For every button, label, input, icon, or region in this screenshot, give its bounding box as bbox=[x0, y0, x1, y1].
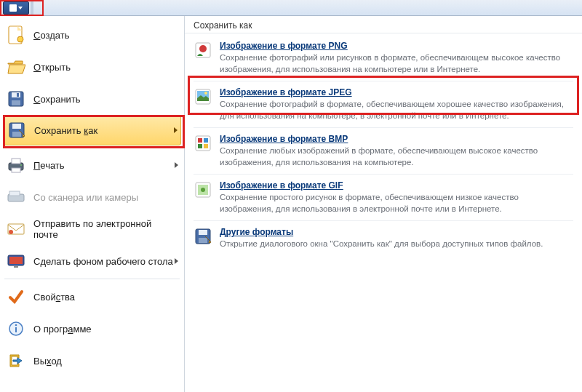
menu-create[interactable]: Создать bbox=[0, 19, 184, 51]
menu-print-label: Печать bbox=[33, 160, 175, 171]
svg-point-27 bbox=[204, 92, 207, 95]
checkmark-icon bbox=[6, 287, 26, 307]
svg-rect-3 bbox=[12, 92, 20, 97]
svg-rect-29 bbox=[198, 138, 202, 143]
printer-icon bbox=[6, 155, 26, 175]
option-png-desc: Сохранение фотографий или рисунков в фор… bbox=[220, 52, 573, 75]
option-other-formats[interactable]: Другие форматы Открытие диалогового окна… bbox=[185, 223, 582, 255]
info-icon bbox=[6, 319, 26, 339]
svg-rect-31 bbox=[198, 144, 202, 148]
exit-icon bbox=[6, 351, 26, 371]
svg-rect-8 bbox=[12, 132, 21, 137]
menu-send-email-label: Отправить по электронной почте bbox=[33, 218, 178, 240]
option-bmp-title: Изображение в формате BMP bbox=[220, 134, 348, 144]
menu-about-label: О программе bbox=[33, 324, 178, 335]
new-document-icon bbox=[6, 25, 26, 45]
option-jpeg[interactable]: Изображение в формате JPEG Сохранение фо… bbox=[185, 83, 582, 126]
option-other-title: Другие форматы bbox=[220, 227, 293, 237]
svg-rect-37 bbox=[199, 230, 207, 235]
menu-about[interactable]: О программе bbox=[0, 313, 184, 345]
file-menu-panel: Создать Открыть Сохранить Сохранить как bbox=[0, 16, 582, 392]
desktop-background-icon bbox=[6, 251, 26, 271]
svg-point-1 bbox=[17, 36, 23, 42]
svg-rect-32 bbox=[204, 144, 208, 148]
menu-separator bbox=[4, 147, 180, 148]
svg-rect-4 bbox=[12, 100, 20, 105]
svg-point-22 bbox=[15, 324, 17, 327]
quick-access-separator bbox=[31, 1, 33, 15]
menu-send-email[interactable]: Отправить по электронной почте bbox=[0, 213, 184, 245]
gif-image-icon bbox=[194, 180, 212, 199]
svg-rect-7 bbox=[12, 124, 21, 129]
menu-open-label: Открыть bbox=[33, 62, 178, 73]
svg-rect-10 bbox=[12, 159, 20, 164]
menu-save-label: Сохранить bbox=[33, 94, 178, 105]
document-icon bbox=[9, 4, 17, 12]
submenu-arrow-icon bbox=[175, 162, 178, 168]
menu-from-scanner: Со сканера или камеры bbox=[0, 181, 184, 213]
svg-rect-5 bbox=[17, 93, 19, 97]
menu-separator bbox=[4, 279, 180, 279]
option-png-title: Изображение в формате PNG bbox=[220, 41, 348, 51]
app-menu-button[interactable] bbox=[3, 1, 29, 15]
submenu-arrow-icon bbox=[175, 258, 178, 264]
save-as-icon bbox=[7, 120, 27, 140]
svg-point-24 bbox=[199, 45, 207, 52]
scanner-icon bbox=[6, 187, 26, 207]
svg-rect-14 bbox=[9, 191, 20, 196]
menu-from-scanner-label: Со сканера или камеры bbox=[33, 192, 178, 203]
option-separator bbox=[194, 127, 573, 128]
svg-rect-11 bbox=[12, 168, 20, 172]
chevron-down-icon bbox=[18, 7, 23, 9]
submenu-options: Изображение в формате PNG Сохранение фот… bbox=[185, 33, 582, 257]
svg-point-35 bbox=[201, 188, 205, 192]
titlebar bbox=[0, 0, 582, 16]
menu-print[interactable]: Печать bbox=[0, 149, 184, 181]
option-bmp[interactable]: Изображение в формате BMP Сохранение люб… bbox=[185, 129, 582, 172]
svg-point-12 bbox=[20, 164, 22, 166]
menu-save-as-label: Сохранить как bbox=[34, 125, 174, 136]
menu-set-desktop-bg[interactable]: Сделать фоном рабочего стола bbox=[0, 245, 184, 277]
svg-rect-19 bbox=[14, 266, 18, 268]
png-image-icon bbox=[194, 41, 212, 60]
svg-rect-21 bbox=[15, 327, 17, 332]
menu-save[interactable]: Сохранить bbox=[0, 83, 184, 115]
file-menu-left: Создать Открыть Сохранить Сохранить как bbox=[0, 16, 185, 392]
option-jpeg-desc: Сохранение фотографий в формате, обеспеч… bbox=[220, 99, 573, 121]
submenu-header: Сохранить как bbox=[185, 16, 582, 33]
option-gif-desc: Сохранение простого рисунок в формате, о… bbox=[220, 192, 573, 215]
svg-rect-38 bbox=[199, 238, 207, 243]
save-as-dialog-icon bbox=[194, 227, 212, 246]
menu-exit-label: Выход bbox=[33, 356, 178, 367]
submenu-arrow-icon bbox=[174, 127, 178, 133]
menu-properties[interactable]: Свойства bbox=[0, 281, 184, 313]
option-bmp-desc: Сохранение любых изображений в формате, … bbox=[220, 145, 573, 168]
option-other-desc: Открытие диалогового окна "Сохранить как… bbox=[220, 239, 573, 250]
menu-open[interactable]: Открыть bbox=[0, 51, 184, 83]
option-gif-title: Изображение в формате GIF bbox=[220, 180, 343, 191]
option-jpeg-title: Изображение в формате JPEG bbox=[220, 87, 352, 97]
option-png[interactable]: Изображение в формате PNG Сохранение фот… bbox=[185, 36, 582, 79]
menu-create-label: Создать bbox=[33, 30, 178, 41]
svg-rect-30 bbox=[204, 138, 208, 143]
jpeg-image-icon bbox=[194, 87, 212, 106]
option-gif[interactable]: Изображение в формате GIF Сохранение про… bbox=[185, 176, 582, 219]
svg-point-16 bbox=[9, 230, 13, 234]
folder-open-icon bbox=[6, 57, 26, 77]
option-separator bbox=[194, 174, 573, 175]
bmp-image-icon bbox=[194, 134, 212, 153]
menu-set-desktop-bg-label: Сделать фоном рабочего стола bbox=[33, 256, 175, 267]
menu-exit[interactable]: Выход bbox=[0, 345, 184, 377]
envelope-icon bbox=[6, 219, 26, 239]
menu-save-as[interactable]: Сохранить как bbox=[3, 115, 181, 145]
svg-rect-18 bbox=[9, 257, 23, 264]
save-icon bbox=[6, 89, 26, 109]
menu-properties-label: Свойства bbox=[33, 292, 178, 303]
option-separator bbox=[194, 220, 573, 221]
option-separator bbox=[194, 81, 573, 81]
save-as-submenu: Сохранить как Изображение в формате PNG … bbox=[185, 16, 582, 392]
